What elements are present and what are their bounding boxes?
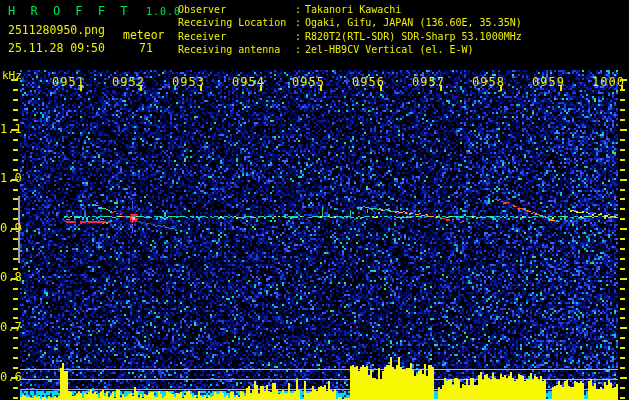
station-info: Observer : Takanori Kawachi Receiving Lo…	[178, 3, 522, 57]
app-title: H R O F F T	[8, 4, 131, 18]
time-axis-label: 0951	[52, 75, 85, 89]
time-axis-label: 0959	[532, 75, 565, 89]
freq-axis-label: 0.8	[0, 270, 17, 284]
time-axis-label: 1000	[592, 75, 625, 89]
app-version: 1.0.0	[146, 6, 181, 17]
filename: 2511280950.png	[8, 23, 105, 37]
freq-axis-label: 0.6	[0, 370, 17, 384]
field-value: R820T2(RTL-SDR) SDR-Sharp 53.1000MHz	[305, 30, 522, 43]
freq-axis-label: 0.7	[0, 320, 17, 334]
field-colon: :	[295, 43, 305, 56]
field-colon: :	[295, 16, 305, 29]
field-label: Receiving Location	[178, 16, 295, 29]
station-field-observer: Observer : Takanori Kawachi	[178, 3, 522, 16]
field-value: Ogaki, Gifu, JAPAN (136.60E, 35.35N)	[305, 16, 522, 29]
freq-axis-unit: kHz	[2, 69, 22, 82]
station-field-receiver: Receiver : R820T2(RTL-SDR) SDR-Sharp 53.…	[178, 30, 522, 43]
field-label: Receiver	[178, 30, 295, 43]
hrofft-window: { "header": { "app_title": "H R O F F T"…	[0, 0, 629, 400]
freq-axis-label: 0.9	[0, 221, 17, 235]
freq-axis-label: 1.0	[0, 171, 17, 185]
time-axis-label: 0957	[412, 75, 445, 89]
field-label: Observer	[178, 3, 295, 16]
datetime: 25.11.28 09:50	[8, 41, 105, 55]
field-value: 2el-HB9CV Vertical (el. E-W)	[305, 43, 474, 56]
spectrogram-canvas	[0, 0, 629, 400]
mode-label: meteor	[123, 28, 165, 42]
time-axis-label: 0955	[292, 75, 325, 89]
time-axis-label: 0952	[112, 75, 145, 89]
field-label: Receiving antenna	[178, 43, 295, 56]
freq-axis-label: 1.1	[0, 122, 17, 136]
station-field-antenna: Receiving antenna : 2el-HB9CV Vertical (…	[178, 43, 522, 56]
time-axis-label: 0958	[472, 75, 505, 89]
field-colon: :	[295, 30, 305, 43]
time-axis-label: 0956	[352, 75, 385, 89]
time-axis-label: 0953	[172, 75, 205, 89]
echo-count: 71	[139, 41, 153, 55]
station-field-location: Receiving Location : Ogaki, Gifu, JAPAN …	[178, 16, 522, 29]
field-value: Takanori Kawachi	[305, 3, 401, 16]
time-axis-label: 0954	[232, 75, 265, 89]
field-colon: :	[295, 3, 305, 16]
